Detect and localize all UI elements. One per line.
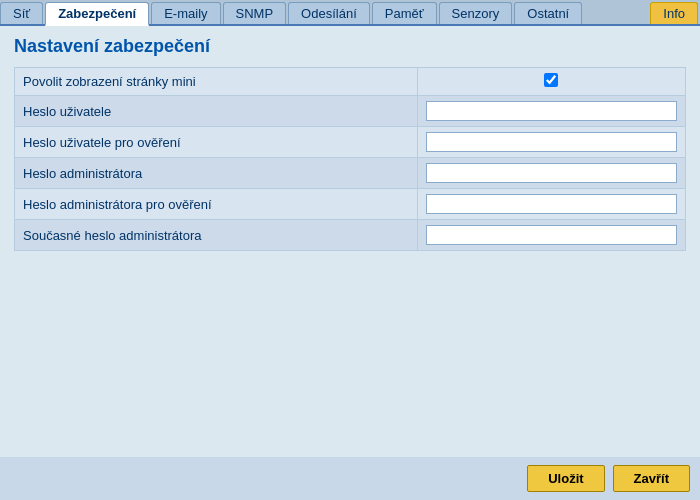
label-user-password: Heslo uživatele (15, 96, 418, 127)
tab-zabezpeceni[interactable]: Zabezpečení (45, 2, 149, 26)
tab-emaily[interactable]: E-maily (151, 2, 220, 24)
label-user-password-confirm: Heslo uživatele pro ověření (15, 127, 418, 158)
checkbox-mini-page[interactable] (544, 73, 558, 87)
button-bar: Uložit Zavřít (0, 457, 700, 500)
form-row-admin-password-confirm: Heslo administrátora pro ověření (15, 189, 686, 220)
label-admin-password-confirm: Heslo administrátora pro ověření (15, 189, 418, 220)
page-title: Nastavení zabezpečení (14, 36, 686, 57)
form-table: Povolit zobrazení stránky miniHeslo uživ… (14, 67, 686, 251)
content-area: Nastavení zabezpečení Povolit zobrazení … (0, 26, 700, 457)
label-admin-password: Heslo administrátora (15, 158, 418, 189)
tab-odesilani[interactable]: Odesílání (288, 2, 370, 24)
form-row-admin-password: Heslo administrátora (15, 158, 686, 189)
form-row-user-password-confirm: Heslo uživatele pro ověření (15, 127, 686, 158)
input-user-password-confirm[interactable] (426, 132, 677, 152)
input-admin-password[interactable] (426, 163, 677, 183)
tab-pamet[interactable]: Paměť (372, 2, 437, 24)
input-cell-admin-password (417, 158, 685, 189)
main-container: SíťZabezpečeníE-mailySNMPOdesíláníPaměťS… (0, 0, 700, 500)
input-cell-current-admin-password (417, 220, 685, 251)
input-cell-admin-password-confirm (417, 189, 685, 220)
tab-info[interactable]: Info (650, 2, 698, 24)
form-row-current-admin-password: Současné heslo administrátora (15, 220, 686, 251)
tab-senzory[interactable]: Senzory (439, 2, 513, 24)
input-cell-mini-page (417, 68, 685, 96)
label-current-admin-password: Současné heslo administrátora (15, 220, 418, 251)
tab-ostatni[interactable]: Ostatní (514, 2, 582, 24)
input-current-admin-password[interactable] (426, 225, 677, 245)
tab-bar: SíťZabezpečeníE-mailySNMPOdesíláníPaměťS… (0, 0, 700, 26)
input-cell-user-password (417, 96, 685, 127)
close-button[interactable]: Zavřít (613, 465, 690, 492)
input-user-password[interactable] (426, 101, 677, 121)
label-mini-page: Povolit zobrazení stránky mini (15, 68, 418, 96)
form-row-mini-page: Povolit zobrazení stránky mini (15, 68, 686, 96)
form-row-user-password: Heslo uživatele (15, 96, 686, 127)
input-admin-password-confirm[interactable] (426, 194, 677, 214)
tab-snmp[interactable]: SNMP (223, 2, 287, 24)
input-cell-user-password-confirm (417, 127, 685, 158)
tab-sit[interactable]: Síť (0, 2, 43, 24)
save-button[interactable]: Uložit (527, 465, 604, 492)
